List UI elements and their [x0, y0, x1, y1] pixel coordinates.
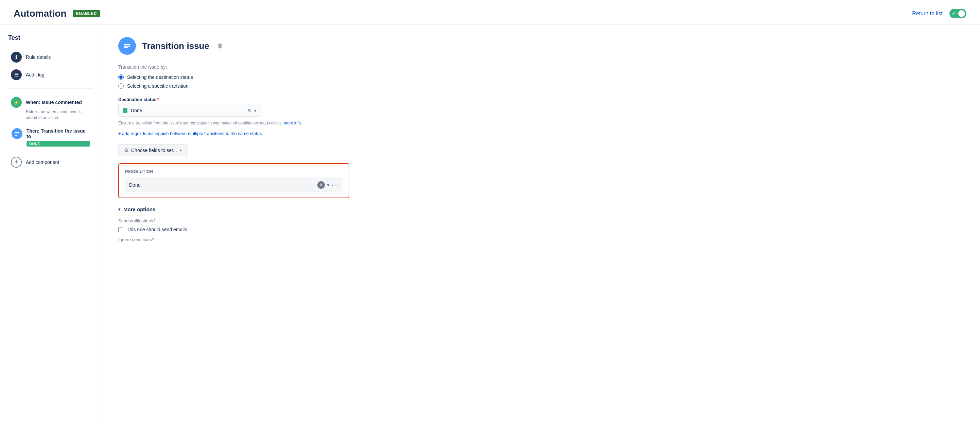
sidebar-divider-1: [8, 88, 94, 89]
sidebar-trigger[interactable]: ⚡ When: Issue commented Rule is run when…: [8, 94, 94, 124]
resolution-actions: ✕ ▾ ···: [317, 181, 339, 189]
trigger-header: ⚡ When: Issue commented: [11, 97, 91, 108]
more-info-link[interactable]: more info.: [284, 121, 302, 126]
radio-specific-transition[interactable]: [118, 83, 124, 89]
add-component-label: Add component: [26, 159, 59, 165]
action-header: Then: Transition the issue to: [11, 128, 90, 139]
send-emails-row: This rule should send emails: [118, 227, 964, 232]
sidebar-item-rule-details[interactable]: ℹ Rule details: [8, 48, 94, 66]
enabled-toggle[interactable]: ✓: [950, 9, 966, 18]
radio-dest-status[interactable]: [118, 75, 124, 80]
info-icon: ℹ: [11, 52, 22, 62]
send-notifications-label: Send notifications?: [118, 218, 964, 223]
rule-name: Test: [8, 34, 94, 41]
svg-rect-2: [14, 135, 18, 136]
add-regex-link[interactable]: + add regex to distinguish between multi…: [118, 131, 964, 136]
hint-text: Ensure a transition from the issue's sou…: [118, 120, 349, 126]
svg-rect-4: [124, 46, 130, 46]
radio-label-dest-status: Selecting the destination status: [127, 75, 193, 80]
header-left: Automation ENABLED: [14, 8, 100, 19]
audit-icon: ☰: [11, 69, 22, 80]
send-emails-label: This rule should send emails: [127, 227, 187, 232]
action-title: Then: Transition the issue to: [27, 128, 90, 139]
return-to-list-link[interactable]: Return to list: [912, 11, 943, 17]
action-icon: [11, 128, 22, 139]
delete-icon[interactable]: 🗑: [218, 43, 224, 49]
radio-option-specific-transition[interactable]: Selecting a specific transition: [118, 83, 964, 89]
resolution-value: Done: [129, 182, 315, 188]
destination-status-value: Done: [131, 108, 247, 113]
radio-label-specific-transition: Selecting a specific transition: [127, 83, 189, 89]
choose-fields-chevron-icon: ▾: [180, 148, 182, 153]
transition-by-label: Transition the issue by:: [118, 64, 964, 70]
choose-fields-label: Choose fields to set...: [131, 148, 177, 153]
ignore-conditions-label: Ignore conditions?: [118, 237, 964, 242]
done-dot-icon: [123, 108, 127, 113]
trigger-icon: ⚡: [11, 97, 22, 108]
required-star: *: [158, 97, 159, 102]
select-clear-icon[interactable]: ✕: [247, 107, 251, 113]
radio-option-dest-status[interactable]: Selecting the destination status: [118, 75, 964, 80]
select-actions: ✕ ▾: [247, 107, 256, 113]
sidebar-label-rule-details: Rule details: [26, 54, 51, 60]
sidebar-action[interactable]: Then: Transition the issue to DONE: [8, 124, 94, 151]
main-panel: Transition issue 🗑 Transition the issue …: [102, 25, 980, 425]
sidebar-add-component[interactable]: + Add component: [8, 153, 94, 171]
panel-header: Transition issue 🗑: [118, 37, 964, 55]
svg-rect-0: [14, 132, 19, 133]
resolution-title: Resolution: [125, 169, 342, 174]
add-icon: +: [11, 157, 22, 168]
sidebar-item-audit-log[interactable]: ☰ Audit log: [8, 66, 94, 84]
resolution-chevron-icon[interactable]: ▾: [327, 181, 329, 188]
panel-icon: [118, 37, 136, 55]
destination-status-select[interactable]: Done ✕ ▾: [118, 104, 261, 117]
toggle-check-icon: ✓: [952, 11, 955, 16]
header-right: Return to list ✓: [912, 9, 966, 18]
panel-title: Transition issue: [142, 41, 209, 51]
svg-rect-1: [14, 134, 19, 134]
chevron-down-icon: ▾: [118, 207, 121, 212]
sidebar-label-audit-log: Audit log: [26, 72, 44, 78]
gear-icon: ⚙: [124, 147, 129, 153]
header: Automation ENABLED Return to list ✓: [0, 0, 980, 25]
main-content: Test ℹ Rule details ☰ Audit log ⚡ When: …: [0, 25, 980, 425]
svg-rect-3: [124, 44, 130, 45]
more-options-header[interactable]: ▾ More options: [118, 206, 964, 212]
sidebar: Test ℹ Rule details ☰ Audit log ⚡ When: …: [0, 25, 102, 425]
destination-status-label: Destination status*: [118, 97, 964, 102]
resolution-more-icon[interactable]: ···: [332, 181, 339, 189]
resolution-box: Resolution Done ✕ ▾ ···: [118, 163, 349, 198]
enabled-badge: ENABLED: [73, 10, 100, 18]
resolution-row: Done ✕ ▾ ···: [125, 177, 342, 192]
page-wrapper: Automation ENABLED Return to list ✓ Test…: [0, 0, 980, 425]
page-title: Automation: [14, 8, 67, 19]
send-emails-checkbox[interactable]: [118, 227, 123, 232]
svg-rect-5: [124, 47, 128, 48]
trigger-title: When: Issue commented: [26, 100, 82, 105]
radio-group: Selecting the destination status Selecti…: [118, 75, 964, 89]
resolution-clear-icon[interactable]: ✕: [317, 181, 325, 189]
done-badge: DONE: [27, 141, 90, 146]
more-options-label: More options: [123, 206, 155, 212]
trigger-description: Rule is run when a comment is added to a…: [26, 109, 91, 121]
choose-fields-button[interactable]: ⚙ Choose fields to set... ▾: [118, 144, 188, 156]
select-chevron-icon[interactable]: ▾: [254, 108, 256, 113]
